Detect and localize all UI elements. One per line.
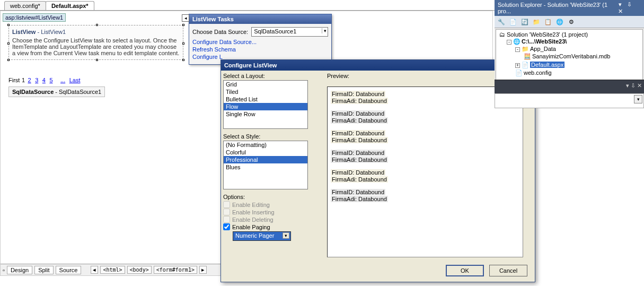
window-dropdown-icon[interactable]: ▾ [626,82,629,89]
breadcrumb-body[interactable]: <body> [127,266,152,274]
choose-datasource-label: Choose Data Source: [192,29,248,35]
resize-handle[interactable] [182,24,184,26]
configure-datasource-link[interactable]: Configure Data Source... [192,39,328,45]
resize-handle[interactable] [182,59,184,61]
database-icon: 🧮 [524,53,531,60]
close-icon[interactable]: ✕ [616,8,624,15]
style-option-none[interactable]: (No Formatting) [224,141,307,149]
datasource-dropdown[interactable]: SqlDataSource1 [251,27,328,37]
properties-object-dropdown[interactable]: ▾ [634,95,642,103]
resize-handle[interactable] [7,59,10,61]
style-option-blues[interactable]: Blues [224,163,307,171]
resize-handle[interactable] [96,24,98,26]
style-listbox[interactable]: (No Formatting) Colorful Professional Bl… [223,141,308,189]
tree-webconfig-node[interactable]: 📄web.config [515,69,641,77]
listview-heading: ListView - ListView1 [12,29,180,35]
preview-field: FirmaAdi: Databound [331,117,388,124]
select-layout-label: Select a Layout: [223,73,308,79]
preview-field: FirmaID: Databound [331,169,385,176]
project-icon: 🌐 [513,38,521,45]
tree-mdb-node[interactable]: 🧮SanayimizComVeritabani.mdb [524,53,641,60]
pager-link[interactable]: 5 [49,77,52,83]
preview-field: FirmaID: Databound [331,110,385,117]
preview-field: FirmaAdi: Databound [331,157,388,163]
view-code-icon[interactable]: 📋 [543,17,553,27]
split-view-tab[interactable]: Split [34,266,53,274]
listview-control[interactable]: ListView - ListView1 Choose the Configur… [8,25,183,60]
smart-tag-glyph-icon[interactable]: ◂ [182,14,189,22]
solution-explorer-panel: Solution Explorer - Solution 'WebSite23'… [495,0,644,84]
configure-listview-dialog: Configure ListView ? ✕ Select a Layout: … [220,59,535,282]
crumb-next-icon[interactable]: ▸ [199,266,207,274]
tab-webconfig[interactable]: web.config* [4,1,46,10]
refresh-icon[interactable]: 🔄 [520,17,530,27]
expand-icon[interactable]: + [515,63,520,68]
preview-field: FirmaAdi: Databound [331,98,388,104]
layout-listbox[interactable]: Grid Tiled Bulleted List Flow Single Row [223,80,308,129]
folder-icon: 📁 [522,46,529,53]
breadcrumb-html[interactable]: <html> [100,266,125,274]
preview-field: FirmaAdi: Databound [331,137,388,143]
cancel-button[interactable]: Cancel [489,265,527,276]
layout-option-tiled[interactable]: Tiled [224,88,307,96]
preview-field: FirmaAdi: Databound [331,176,388,183]
tree-solution-node[interactable]: 🗂Solution 'WebSite23' (1 project) -🌐C:\.… [498,31,641,78]
nest-icon[interactable]: 📁 [532,17,541,27]
pager-preview: First 1 2 3 4 5 ... Last [8,76,81,84]
pager-link[interactable]: 3 [35,77,38,83]
resize-handle[interactable] [96,59,98,61]
preview-field: FirmaID: Databound [331,91,385,97]
resize-handle[interactable] [7,42,10,45]
pager-type-dropdown[interactable]: Numeric Pager [233,231,291,241]
solution-icon: 🗂 [498,31,506,38]
collapse-icon[interactable]: - [515,47,520,52]
properties-panel-titlebar[interactable]: ▾ ⇩ ✕ [495,80,644,93]
close-icon[interactable]: ✕ [637,82,642,89]
solution-tree[interactable]: 🗂Solution 'WebSite23' (1 project) -🌐C:\.… [496,29,643,83]
style-option-colorful[interactable]: Colorful [224,149,307,156]
options-label: Options: [223,194,308,200]
breadcrumb-form[interactable]: <form#form1> [154,266,197,274]
layout-option-flow[interactable]: Flow [224,103,307,110]
pager-link[interactable]: 2 [28,77,31,83]
tree-default-aspx-node[interactable]: +📄Default.aspx [515,61,641,69]
ok-button[interactable]: OK [446,265,484,276]
dialog-titlebar[interactable]: Configure ListView ? ✕ [221,60,535,71]
pager-link[interactable]: 4 [42,77,46,83]
tasks-panel-title: ListView Tasks [189,14,331,24]
enable-inserting-checkbox: Enable Inserting [223,209,308,215]
pager-last[interactable]: Last [69,77,81,83]
layout-option-bulleted[interactable]: Bulleted List [224,96,307,103]
design-view-tab[interactable]: Design [7,266,32,274]
layout-option-grid[interactable]: Grid [224,81,307,88]
pin-icon[interactable]: ⇩ [625,1,633,8]
show-all-icon[interactable]: 📄 [508,17,518,27]
tree-project-node[interactable]: -🌐C:\...\WebSite23\ -📁App_Data 🧮Sanayimi… [507,38,641,77]
tree-appdata-node[interactable]: -📁App_Data 🧮SanayimizComVeritabani.mdb [515,45,641,61]
properties-icon[interactable]: 🔧 [497,17,506,27]
layout-option-singlerow[interactable]: Single Row [224,110,307,118]
refresh-schema-link[interactable]: Refresh Schema [192,46,328,53]
preview-pane[interactable]: FirmaID: DataboundFirmaAdi: Databound Fi… [327,86,523,257]
solution-explorer-toolbar: 🔧 📄 🔄 📁 📋 🌐 ⚙ [495,16,644,28]
resize-handle[interactable] [7,24,10,26]
window-dropdown-icon[interactable]: ▾ [616,1,624,8]
resize-handle[interactable] [182,42,184,45]
preview-field: FirmaID: Databound [331,130,385,136]
crumb-prev-icon[interactable]: ◂ [91,266,98,274]
listview-help-text: Choose the Configure ListView task to se… [12,37,180,56]
enable-editing-checkbox: Enable Editing [223,201,308,208]
solution-explorer-title[interactable]: Solution Explorer - Solution 'WebSite23'… [495,0,644,16]
sqldatasource-control[interactable]: SqlDataSource - SqlDataSource1 [8,86,105,97]
pin-icon[interactable]: ⇩ [631,82,636,89]
collapse-icon[interactable]: - [507,40,511,45]
enable-paging-checkbox[interactable]: Enable Paging [223,223,308,230]
tab-default-aspx[interactable]: Default.aspx* [46,1,94,10]
copy-web-icon[interactable]: 🌐 [555,17,564,27]
pager-dots[interactable]: ... [60,77,65,83]
select-style-label: Select a Style: [223,133,308,140]
tag-breadcrumb[interactable]: asp:listview#ListView1 [3,13,66,22]
config-icon[interactable]: ⚙ [567,17,576,27]
style-option-professional[interactable]: Professional [224,156,307,163]
source-view-tab[interactable]: Source [56,266,82,274]
